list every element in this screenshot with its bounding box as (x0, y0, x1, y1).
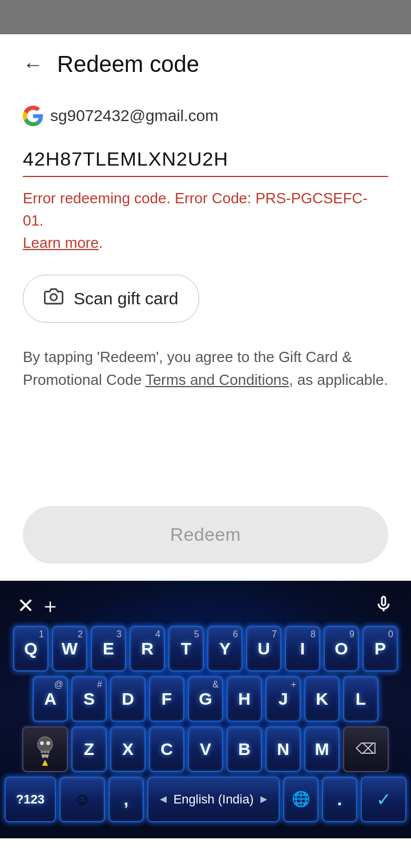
keyboard: ✕ ＋ 1Q 2W 3E 4R 5T 6Y 7U 8I 9O 0P @A #S … (0, 581, 411, 838)
key-p[interactable]: 0P (362, 626, 398, 672)
keyboard-keys: 1Q 2W 3E 4R 5T 6Y 7U 8I 9O 0P @A #S D F … (0, 626, 411, 822)
keyboard-row-1: 1Q 2W 3E 4R 5T 6Y 7U 8I 9O 0P (5, 626, 406, 672)
code-input-wrapper (23, 143, 388, 177)
key-u[interactable]: 7U (246, 626, 281, 672)
terms-link[interactable]: Terms and Conditions (146, 371, 289, 388)
keyboard-row-bottom: ?123 ☺ , ◄ English (India) ► 🌐 . (5, 777, 406, 822)
key-y[interactable]: 6Y (207, 626, 243, 672)
svg-rect-5 (44, 751, 46, 753)
svg-point-3 (46, 741, 50, 745)
keyboard-toolbar: ✕ ＋ (0, 581, 411, 626)
svg-point-2 (40, 741, 44, 745)
emoji-icon: ☺ (74, 790, 91, 809)
key-g[interactable]: &G (188, 676, 223, 722)
key-j[interactable]: +J (265, 676, 301, 722)
key-i[interactable]: 8I (285, 626, 320, 672)
page-title: Redeem code (57, 51, 199, 77)
keyboard-tools-icon[interactable]: ✕ ＋ (17, 592, 61, 620)
key-v[interactable]: V (188, 726, 223, 772)
google-logo-icon (23, 106, 43, 126)
keyboard-mic-icon[interactable] (373, 593, 394, 619)
account-email: sg9072432@gmail.com (50, 107, 219, 125)
key-x[interactable]: X (110, 726, 146, 772)
status-bar (0, 0, 411, 34)
emoji-key[interactable]: ☺ (59, 777, 105, 822)
shift-key[interactable]: ▲ (22, 726, 68, 772)
keyboard-row-2: @A #S D F &G H +J K L (5, 676, 406, 722)
globe-key[interactable]: 🌐 (283, 777, 319, 822)
key-o[interactable]: 9O (324, 626, 359, 672)
comma-key[interactable]: , (108, 777, 144, 822)
language-label: ◄ English (India) ► (158, 792, 269, 807)
learn-more-link[interactable]: Learn more (23, 234, 99, 251)
key-q[interactable]: 1Q (13, 626, 49, 672)
svg-rect-4 (41, 751, 43, 753)
key-l[interactable]: L (343, 676, 378, 722)
key-t[interactable]: 5T (168, 626, 204, 672)
key-r[interactable]: 4R (130, 626, 165, 672)
redeem-area: Redeem (0, 489, 411, 581)
main-content: ← Redeem code sg9072432@gmail.com Error … (0, 34, 411, 420)
key-c[interactable]: C (149, 726, 184, 772)
svg-rect-6 (47, 751, 49, 753)
key-n[interactable]: N (265, 726, 301, 772)
keyboard-row-3: ▲ Z X C V B N M ⌫ (5, 726, 406, 772)
key-f[interactable]: F (149, 676, 184, 722)
key-k[interactable]: K (304, 676, 340, 722)
space-key[interactable]: ◄ English (India) ► (147, 777, 280, 822)
svg-point-1 (38, 737, 53, 752)
back-button[interactable]: ← (23, 54, 43, 75)
camera-icon (44, 287, 63, 311)
key-a[interactable]: @A (33, 676, 68, 722)
numbers-key[interactable]: ?123 (5, 777, 56, 822)
enter-key[interactable]: ✓ (361, 777, 406, 822)
key-w[interactable]: 2W (52, 626, 87, 672)
redeem-button[interactable]: Redeem (23, 506, 388, 564)
key-b[interactable]: B (227, 726, 262, 772)
scan-gift-card-button[interactable]: Scan gift card (23, 275, 199, 323)
key-e[interactable]: 3E (91, 626, 126, 672)
header: ← Redeem code (23, 51, 388, 77)
code-input[interactable] (23, 143, 388, 177)
checkmark-icon: ✓ (376, 789, 392, 810)
terms-text: By tapping 'Redeem', you agree to the Gi… (23, 345, 388, 392)
scan-gift-card-label: Scan gift card (74, 289, 178, 308)
key-d[interactable]: D (110, 676, 146, 722)
period-key[interactable]: . (322, 777, 357, 822)
key-h[interactable]: H (227, 676, 262, 722)
backspace-key[interactable]: ⌫ (343, 726, 389, 772)
account-row: sg9072432@gmail.com (23, 106, 388, 126)
error-message: Error redeeming code. Error Code: PRS-PG… (23, 187, 388, 254)
key-z[interactable]: Z (71, 726, 107, 772)
key-s[interactable]: #S (71, 676, 107, 722)
key-m[interactable]: M (304, 726, 340, 772)
backspace-icon: ⌫ (356, 740, 377, 758)
svg-point-0 (50, 294, 57, 300)
globe-icon: 🌐 (292, 790, 310, 808)
